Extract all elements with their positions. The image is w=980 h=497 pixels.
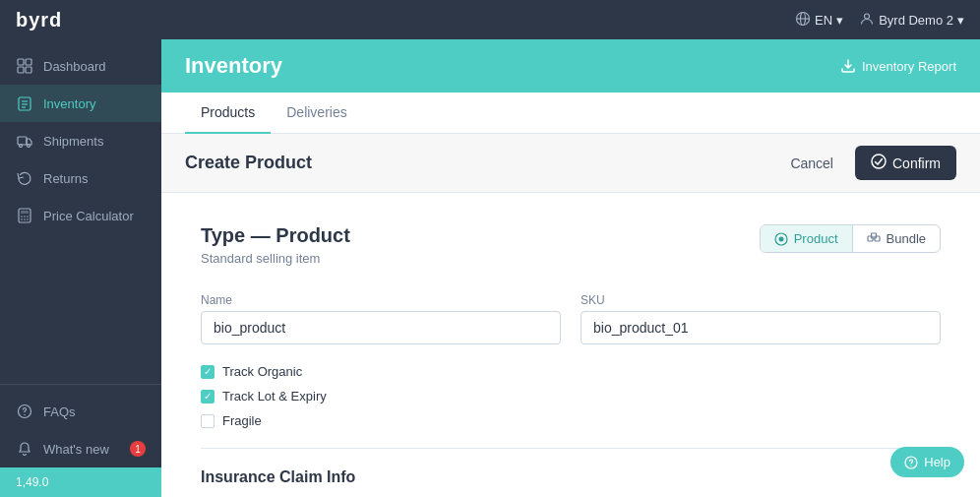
svg-point-24 xyxy=(24,414,25,415)
sidebar-item-faqs[interactable]: FAQs xyxy=(0,393,161,430)
form-group-sku: SKU xyxy=(581,293,941,344)
track-lot-checkbox[interactable] xyxy=(201,390,214,404)
sidebar-item-label: FAQs xyxy=(43,404,76,419)
sidebar-item-label: Inventory xyxy=(43,96,95,111)
return-icon xyxy=(16,169,33,187)
svg-point-3 xyxy=(865,14,870,19)
sku-label: SKU xyxy=(581,293,941,307)
svg-point-22 xyxy=(27,218,29,220)
page-header: Inventory Inventory Report xyxy=(161,39,980,93)
sku-input[interactable] xyxy=(581,311,941,344)
type-btn-product[interactable]: Product xyxy=(761,225,852,252)
inventory-report-button[interactable]: Inventory Report xyxy=(840,58,956,74)
globe-icon xyxy=(795,11,811,30)
sidebar-item-label: Shipments xyxy=(43,134,103,149)
lang-dropdown-icon: ▾ xyxy=(836,13,843,28)
clipboard-icon xyxy=(16,94,33,112)
svg-rect-12 xyxy=(18,137,27,145)
type-toggle: Product Bundle xyxy=(760,224,941,253)
tab-bar: Products Deliveries xyxy=(161,93,980,134)
user-menu[interactable]: Byrd Demo 2 ▾ xyxy=(859,11,964,30)
svg-point-32 xyxy=(911,465,912,466)
svg-point-19 xyxy=(27,216,29,217)
calculator-icon xyxy=(16,207,33,224)
sidebar-item-returns[interactable]: Returns xyxy=(0,159,161,197)
svg-rect-4 xyxy=(18,59,24,65)
sidebar: Dashboard Inventory xyxy=(0,39,161,497)
track-lot-label: Track Lot & Expiry xyxy=(222,389,327,404)
track-organic-label: Track Organic xyxy=(222,364,302,379)
type-heading: Type — Product xyxy=(201,224,350,247)
sidebar-version: 1,49.0 xyxy=(0,467,161,497)
track-organic-checkbox[interactable] xyxy=(201,365,214,379)
header-right: EN ▾ Byrd Demo 2 ▾ xyxy=(795,11,964,30)
sidebar-item-whats-new[interactable]: What's new 1 xyxy=(0,430,161,467)
form-area: Type — Product Standard selling item Pro… xyxy=(161,193,980,497)
svg-point-25 xyxy=(872,155,886,168)
fragile-checkbox[interactable] xyxy=(201,414,214,428)
sidebar-item-price-calculator[interactable]: Price Calculator xyxy=(0,197,161,234)
content-area: Inventory Inventory Report Products Deli… xyxy=(161,39,980,497)
sidebar-item-label: Returns xyxy=(43,171,89,186)
top-header: byrd EN ▾ Byrd Demo 2 ▾ xyxy=(0,0,980,39)
svg-point-13 xyxy=(20,145,23,148)
name-label: Name xyxy=(201,293,561,307)
sidebar-item-dashboard[interactable]: Dashboard xyxy=(0,47,161,85)
insurance-section: Insurance Claim Info xyxy=(201,448,941,486)
checkbox-fragile[interactable]: Fragile xyxy=(201,413,941,428)
create-product-title: Create Product xyxy=(185,153,312,173)
insurance-heading: Insurance Claim Info xyxy=(201,468,941,486)
grid-icon xyxy=(16,57,33,75)
app-logo: byrd xyxy=(16,9,62,31)
create-product-header: Create Product Cancel Confirm xyxy=(161,134,980,193)
sidebar-item-shipments[interactable]: Shipments xyxy=(0,122,161,159)
svg-point-21 xyxy=(24,218,26,220)
type-section: Type — Product Standard selling item Pro… xyxy=(201,224,941,266)
question-icon xyxy=(16,403,33,420)
svg-rect-7 xyxy=(26,67,31,73)
user-label: Byrd Demo 2 xyxy=(879,13,953,28)
user-dropdown-icon: ▾ xyxy=(957,13,964,28)
svg-rect-16 xyxy=(21,211,29,214)
svg-point-17 xyxy=(21,216,23,217)
sidebar-item-label: What's new xyxy=(43,442,109,457)
cancel-button[interactable]: Cancel xyxy=(778,150,845,177)
sidebar-item-label: Price Calculator xyxy=(43,209,134,223)
tab-products[interactable]: Products xyxy=(185,93,271,134)
lang-selector[interactable]: EN ▾ xyxy=(795,11,843,30)
sidebar-bottom: FAQs What's new 1 1,49.0 xyxy=(0,384,161,497)
svg-point-20 xyxy=(21,218,23,220)
sidebar-item-label: Dashboard xyxy=(43,59,106,74)
truck-icon xyxy=(16,132,33,150)
form-row-name-sku: Name SKU xyxy=(201,293,941,344)
confirm-check-icon xyxy=(871,154,887,172)
svg-point-14 xyxy=(28,145,31,148)
type-bundle-label: Bundle xyxy=(887,231,926,246)
tab-deliveries[interactable]: Deliveries xyxy=(271,93,362,134)
inventory-report-label: Inventory Report xyxy=(862,59,956,74)
header-actions: Cancel Confirm xyxy=(778,146,956,180)
confirm-button[interactable]: Confirm xyxy=(855,146,956,180)
help-label: Help xyxy=(924,455,950,469)
type-btn-bundle[interactable]: Bundle xyxy=(853,225,940,252)
notification-badge: 1 xyxy=(130,441,146,457)
page-title: Inventory xyxy=(185,53,282,79)
checkbox-track-lot[interactable]: Track Lot & Expiry xyxy=(201,389,941,404)
fragile-label: Fragile xyxy=(222,413,262,428)
type-label-group: Type — Product Standard selling item xyxy=(201,224,350,266)
help-button[interactable]: Help xyxy=(890,447,964,477)
svg-rect-5 xyxy=(26,59,31,65)
svg-rect-6 xyxy=(18,67,24,73)
name-input[interactable] xyxy=(201,311,561,344)
confirm-label: Confirm xyxy=(892,155,941,171)
sidebar-nav: Dashboard Inventory xyxy=(0,39,161,384)
sidebar-item-inventory[interactable]: Inventory xyxy=(0,85,161,122)
main-layout: Dashboard Inventory xyxy=(0,39,980,497)
type-desc: Standard selling item xyxy=(201,251,350,266)
checkbox-track-organic[interactable]: Track Organic xyxy=(201,364,941,379)
form-group-name: Name xyxy=(201,293,561,344)
svg-point-27 xyxy=(778,236,783,241)
svg-point-18 xyxy=(24,216,26,217)
type-product-label: Product xyxy=(794,231,838,246)
user-icon xyxy=(859,11,875,30)
